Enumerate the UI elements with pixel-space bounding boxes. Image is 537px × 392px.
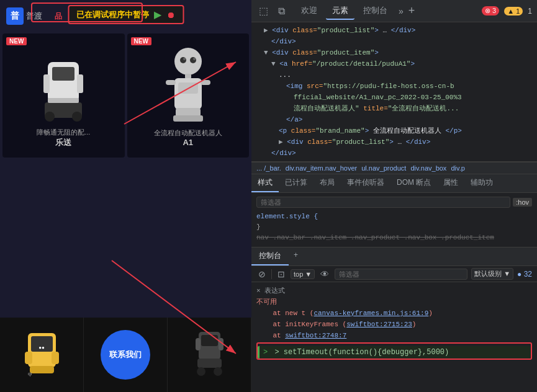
- html-line-5: <img src="https://pudu-file-host.oss-cn-…: [256, 81, 532, 92]
- svg-point-11: [183, 58, 186, 60]
- styles-panel: :hov element.style { } nav .nav_bar .nav…: [251, 193, 537, 247]
- cursor-icon[interactable]: ⬚: [256, 4, 271, 18]
- product-grid: NEW 障畅通无阻的配... 乐送 NEW: [0, 31, 251, 160]
- html-line-0: ▶ <div class="product_list"> … </div>: [256, 25, 532, 36]
- tab-welcome[interactable]: 欢迎: [295, 2, 323, 20]
- product-model-1: A1: [183, 138, 193, 147]
- more-tabs-icon[interactable]: »: [399, 6, 404, 16]
- tab-layout[interactable]: 布局: [314, 174, 341, 192]
- console-arrow-icon: >: [263, 348, 268, 357]
- html-line-11: </div>: [256, 148, 532, 159]
- breadcrumb-item-4[interactable]: div.p: [451, 164, 464, 172]
- svg-rect-7: [48, 98, 79, 103]
- logo-icon: 普: [6, 7, 24, 25]
- robot1-image: [38, 43, 88, 124]
- svg-rect-31: [197, 359, 222, 368]
- stack-link-1[interactable]: swiftbot:2715:23: [346, 321, 412, 328]
- add-tab-icon[interactable]: +: [408, 4, 415, 17]
- stack-frame-0: at new t (canvas-keyframes.min.js:61:9): [256, 308, 532, 319]
- filter-row: :hov: [256, 197, 532, 208]
- html-line-9: <p class="brand_name"> 全流程自动配送机器人 </p>: [256, 125, 532, 136]
- hov-badge[interactable]: :hov: [513, 198, 532, 207]
- bottom-card-contact[interactable]: 联系我们: [84, 318, 168, 392]
- debug-text: 已在调试程序中暂停: [76, 9, 149, 20]
- tab-accessibility[interactable]: 辅助功: [464, 174, 499, 192]
- tab-dom-breakpoints[interactable]: DOM 断点: [390, 174, 437, 192]
- stack-frame-2: at swiftbot:2748:7: [256, 330, 532, 341]
- logo-text: 普渡: [26, 11, 42, 22]
- clear-console-icon[interactable]: ⊘: [256, 269, 268, 280]
- console-command-text[interactable]: > setTimeout(function(){debugger},5000): [274, 348, 449, 357]
- svg-point-12: [193, 58, 196, 60]
- html-line-6: fficial_website/A1_nav_pc_2022-03-25_00%…: [256, 92, 532, 103]
- eye-icon[interactable]: 👁: [318, 269, 331, 280]
- svg-rect-24: [30, 366, 54, 373]
- svg-rect-29: [196, 338, 201, 350]
- tab-event-listeners[interactable]: 事件侦听器: [341, 174, 390, 192]
- svg-rect-30: [219, 338, 223, 350]
- svg-point-33: [214, 367, 222, 376]
- product-card-0[interactable]: NEW 障畅通无阻的配... 乐送: [2, 33, 125, 158]
- stack-link-0[interactable]: canvas-keyframes.min.js:61:9: [314, 310, 428, 317]
- html-line-1: </div>: [256, 36, 532, 47]
- tab-styles[interactable]: 样式: [251, 174, 279, 192]
- html-line-7: 流程自动配送机器人" title="全流程自动配送机...: [256, 103, 532, 114]
- tab-console[interactable]: 控制台: [357, 2, 394, 20]
- tab-elements[interactable]: 元素: [326, 2, 354, 20]
- expression-label: × 表达式: [256, 285, 532, 296]
- new-badge-0: NEW: [6, 37, 27, 45]
- console-settings-icon[interactable]: ⊡: [276, 269, 287, 280]
- html-line-8: </a>: [256, 114, 532, 125]
- log-level-select[interactable]: 默认级别 ▼: [471, 268, 513, 280]
- svg-rect-6: [77, 74, 83, 93]
- bottom-card-0[interactable]: ●● qi: [0, 318, 84, 392]
- svg-text:●●: ●●: [38, 345, 45, 350]
- css-rule-end: }: [256, 223, 261, 231]
- command-red-box: > > setTimeout(function(){debugger},5000…: [256, 342, 532, 360]
- css-rule-element: element.style { }: [256, 212, 532, 233]
- tab-computed[interactable]: 已计算: [279, 174, 314, 192]
- breadcrumb-item-0[interactable]: ... /_bar.: [256, 164, 281, 172]
- contact-button[interactable]: 联系我们: [101, 330, 150, 380]
- top-select[interactable]: top ▼: [291, 269, 315, 279]
- product-card-1[interactable]: NEW: [127, 33, 250, 158]
- bottom-robot-0: ●● qi: [25, 333, 59, 376]
- svg-rect-23: [52, 352, 59, 364]
- style-tabs: 样式 已计算 布局 事件侦听器 DOM 断点 属性 辅助功: [251, 174, 537, 193]
- console-filter-input[interactable]: [335, 269, 467, 280]
- svg-rect-13: [185, 74, 191, 79]
- site-logo: 普 普渡: [6, 7, 42, 25]
- devtools-panel: ⬚ ⧉ 欢迎 元素 控制台 » + ⊗ 3 ▲ 1 1 ▶ <div class…: [251, 0, 537, 392]
- svg-rect-17: [201, 80, 210, 85]
- error-text: 不可用: [256, 298, 277, 306]
- debug-play-icon[interactable]: ▶: [154, 9, 161, 20]
- tab-console-add[interactable]: +: [289, 247, 303, 265]
- svg-point-1: [45, 112, 55, 122]
- svg-rect-16: [166, 80, 176, 85]
- device-icon[interactable]: ⧉: [276, 4, 287, 18]
- error-message: 不可用: [256, 296, 532, 308]
- badge-num: 1: [528, 7, 532, 16]
- breadcrumb-item-3[interactable]: div.nav_box: [410, 164, 446, 172]
- html-line-4: ...: [256, 69, 532, 81]
- filter-input[interactable]: [256, 197, 510, 208]
- breadcrumb-item-1[interactable]: div.nav_item.nav_hover: [286, 164, 357, 172]
- stack-frame-1: at initKeyFrames (swiftbot:2715:23): [256, 319, 532, 330]
- tab-console-main[interactable]: 控制台: [251, 247, 289, 265]
- tab-properties[interactable]: 属性: [437, 174, 464, 192]
- svg-text:qi: qi: [28, 371, 32, 376]
- svg-rect-4: [52, 67, 74, 81]
- breadcrumb-item-2[interactable]: ul.nav_product: [361, 164, 406, 172]
- css-nav-selector: nav .nav_bar .nav_item .nav_product .nav…: [256, 234, 494, 241]
- product-name-1: 全流程自动配送机器人: [154, 128, 222, 138]
- stack-link-2[interactable]: swiftbot:2748:7: [285, 332, 346, 339]
- devtools-header: ⬚ ⧉ 欢迎 元素 控制台 » + ⊗ 3 ▲ 1 1: [251, 0, 537, 22]
- devtools-tabs: 欢迎 元素 控制台: [295, 2, 394, 20]
- svg-point-32: [197, 367, 205, 376]
- svg-rect-22: [25, 352, 32, 364]
- bottom-card-1[interactable]: [168, 318, 251, 392]
- svg-rect-5: [43, 74, 50, 93]
- breadcrumb: ... /_bar. div.nav_item.nav_hover ul.nav…: [251, 162, 537, 174]
- svg-rect-19: [173, 115, 203, 122]
- nav-item-0[interactable]: 品: [55, 11, 62, 22]
